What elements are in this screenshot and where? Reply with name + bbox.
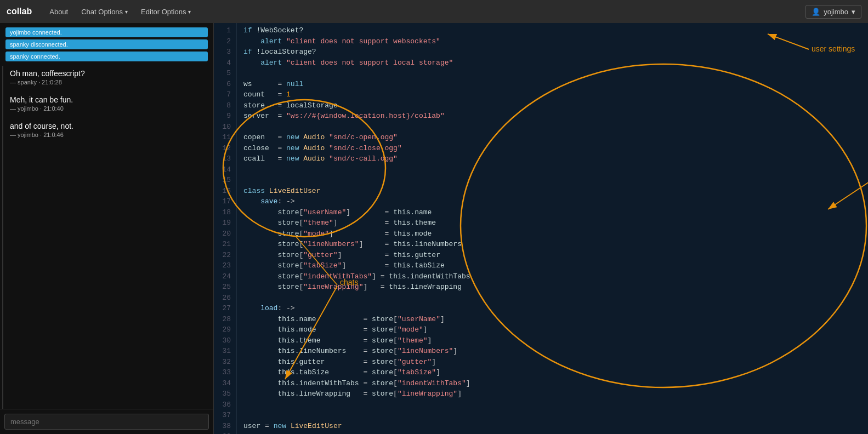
navbar: collab About Chat Options ▾ Editor Optio… — [0, 0, 868, 23]
message-meta: — yojimbo · 21:0:46 — [10, 132, 205, 138]
chat-messages: Oh man, coffeescript? — spanky · 21:0:28… — [2, 66, 211, 409]
editor-options-menu[interactable]: Editor Options ▾ — [134, 0, 197, 23]
badge-spanky-connected: spanky connected. — [5, 52, 208, 61]
user-label: yojimbo — [824, 8, 848, 16]
list-item: Oh man, coffeescript? — spanky · 21:0:28 — [10, 69, 205, 85]
message-text: and of course, not. — [10, 122, 205, 130]
main-layout: yojimbo connected. spanky disconnected. … — [0, 23, 868, 434]
sidebar: yojimbo connected. spanky disconnected. … — [0, 23, 214, 434]
chat-input[interactable] — [4, 414, 209, 430]
chat-options-label: Chat Options — [81, 8, 123, 16]
about-menu[interactable]: About — [43, 0, 75, 23]
chat-options-caret-icon: ▾ — [125, 9, 128, 15]
message-text: Meh, it can be fun. — [10, 95, 205, 104]
list-item: Meh, it can be fun. — yojimbo · 21:0:40 — [10, 95, 205, 112]
message-text: Oh man, coffeescript? — [10, 69, 205, 78]
code-area: 12345 678910 1112131415 1617181920 21222… — [214, 23, 868, 434]
badge-yojimbo-connected: yojimbo connected. — [5, 27, 208, 37]
user-caret-icon: ▾ — [852, 8, 855, 16]
chat-input-area — [0, 409, 213, 434]
message-meta: — spanky · 21:0:28 — [10, 79, 205, 85]
list-item: and of course, not. — yojimbo · 21:0:46 — [10, 122, 205, 138]
line-numbers: 12345 678910 1112131415 1617181920 21222… — [214, 23, 237, 434]
editor-options-label: Editor Options — [141, 8, 186, 16]
message-meta: — yojimbo · 21:0:40 — [10, 105, 205, 112]
user-button[interactable]: 👤 yojimbo ▾ — [805, 5, 861, 19]
code-content[interactable]: if !WebSocket? alert "client does not su… — [237, 23, 868, 434]
about-label: About — [49, 8, 68, 16]
chat-options-menu[interactable]: Chat Options ▾ — [75, 0, 134, 23]
code-editor[interactable]: 12345 678910 1112131415 1617181920 21222… — [214, 23, 868, 434]
badge-spanky-disconnected: spanky disconnected. — [5, 39, 208, 49]
connection-badges: yojimbo connected. spanky disconnected. … — [0, 23, 213, 66]
editor-options-caret-icon: ▾ — [188, 9, 191, 15]
brand-logo: collab — [7, 7, 32, 16]
user-icon: 👤 — [812, 8, 820, 16]
